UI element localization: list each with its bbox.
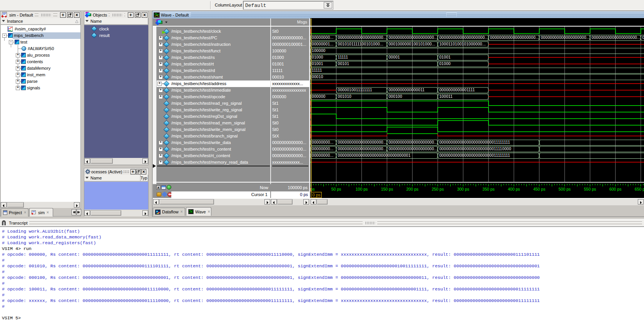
svg-text:00000000...: 00000000... [312,153,334,158]
svg-text:01000: 01000 [439,62,451,66]
svg-text:00000000000000000000...: 00000000000000000000... [439,35,488,40]
svg-text:00000000000000000000...: 00000000000000000000... [338,140,387,144]
svg-text:600 ps: 600 ps [609,187,622,191]
svg-text:00000000000000000000...: 00000000000000000000... [338,147,387,151]
svg-text:00001: 00001 [388,55,400,59]
svg-text:000000: 000000 [312,94,326,99]
svg-text:00101: 00101 [338,62,350,66]
svg-text:000000000000000000000000000000: 00000000000000000000000000000001 [338,153,411,158]
svg-text:01001: 01001 [439,55,451,59]
svg-text:500 ps: 500 ps [559,187,571,191]
svg-text:01001: 01001 [312,62,323,66]
svg-text:0000010011111111: 0000010011111111 [338,88,372,92]
svg-text:11111: 11111 [338,55,348,59]
svg-text:100011: 100011 [439,94,453,99]
svg-text:0000000000001111: 0000000000001111 [439,88,475,92]
svg-text:0000000000000011: 0000000000000011 [388,88,425,92]
svg-text:000100: 000100 [388,94,402,99]
svg-text:000000000000000000000000111111: 00000000000000000000000011111111 [439,140,510,144]
svg-text:0 ps: 0 ps [313,193,321,197]
svg-text:00000000...: 00000000... [312,140,334,144]
svg-text:100000: 100000 [312,49,326,53]
svg-text:400 ps: 400 ps [508,187,520,191]
svg-text:0001000000100101000...: 0001000000100101000... [388,42,435,46]
svg-text:11111: 11111 [312,68,322,72]
svg-text:650 ps: 650 ps [635,187,644,191]
svg-text:00: 00 [642,35,644,40]
svg-text:00000000...: 00000000... [312,147,334,151]
svg-text:350 ps: 350 ps [482,187,495,191]
svg-text:450 ps: 450 ps [533,187,545,191]
svg-text:00000000000000000000...: 00000000000000000000... [388,35,438,40]
svg-text:00000000000000000000...: 00000000000000000000... [490,35,539,40]
svg-text:00000000000000000000...: 00000000000000000000... [338,35,387,40]
svg-text:00000000...: 00000000... [312,35,334,40]
svg-text:000000000000000000000000111100: 00000000000000000000000011110000 [439,147,511,151]
svg-text:200 ps: 200 ps [406,187,419,191]
svg-text:00010: 00010 [312,75,323,79]
svg-text:1000110100101000000...: 1000110100101000000... [439,42,486,46]
svg-text:00000000000000000000...: 00000000000000000000... [388,147,438,151]
svg-text:001010: 001010 [338,94,352,99]
svg-text:50 ps: 50 ps [331,187,341,191]
svg-text:150 ps: 150 ps [381,187,393,191]
svg-text:550 ps: 550 ps [584,187,596,191]
svg-text:250 ps: 250 ps [432,187,444,191]
svg-text:00000000000000000000...: 00000000000000000000... [541,35,590,40]
svg-text:00000000000000000000...: 00000000000000000000... [592,35,641,40]
svg-text:00000000000000000000...: 00000000000000000000... [388,140,438,144]
svg-text:01000: 01000 [312,55,323,59]
svg-text:000000000000000000000000111111: 00000000000000000000000011111111 [439,153,510,158]
svg-text:100 ps: 100 ps [356,187,368,191]
svg-text:00000001...: 00000001... [312,42,334,46]
svg-text:0010101111100101000...: 0010101111100101000... [338,42,384,46]
svg-text:300 ps: 300 ps [457,187,469,191]
